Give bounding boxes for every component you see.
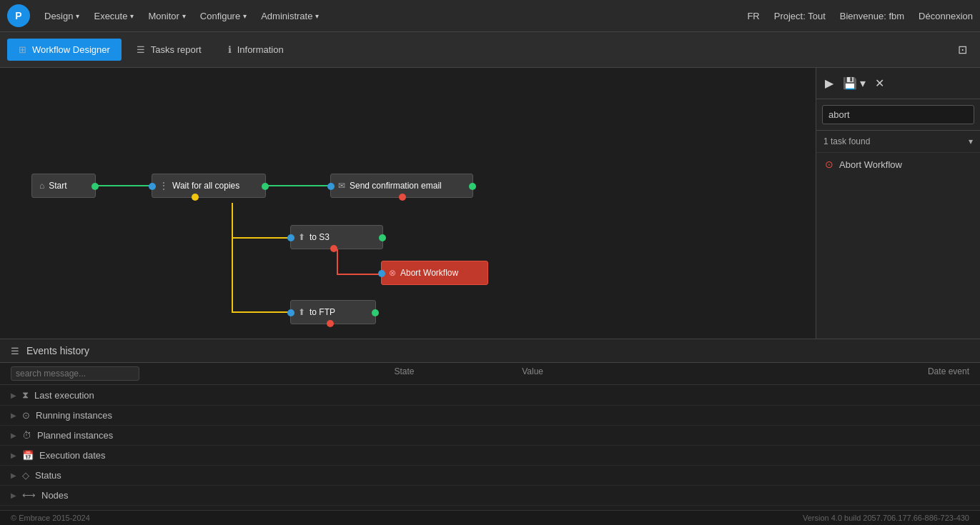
- tasks-report-icon: ☰: [137, 44, 145, 55]
- search-box: [816, 99, 980, 131]
- task-item-label: Abort Workflow: [839, 159, 902, 170]
- top-navigation: P Design ▾ Execute ▾ Monitor ▾ Configure…: [0, 0, 980, 32]
- main-area: ⌂ Start ⋮ Wait for all copies ✉ Send con…: [0, 68, 980, 339]
- event-row-last-execution[interactable]: ▶ ⧗ Last execution: [0, 385, 980, 406]
- save-button[interactable]: 💾 ▾: [840, 74, 868, 93]
- grid-view-button[interactable]: ⊡: [952, 40, 973, 59]
- abort-icon: ⊗: [389, 268, 396, 278]
- expand-icon[interactable]: ▶: [11, 391, 16, 399]
- logout-button[interactable]: Déconnexion: [919, 11, 973, 21]
- expand-icon[interactable]: ▶: [11, 411, 16, 419]
- input-dot: [287, 309, 295, 316]
- events-history-title: Events history: [26, 345, 89, 356]
- project-label: Project: Tout: [774, 11, 826, 21]
- toolbar-right: ⊡: [952, 40, 973, 59]
- node-s3[interactable]: ⬆ to S3: [290, 225, 383, 249]
- node-wait[interactable]: ⋮ Wait for all copies: [152, 174, 266, 198]
- event-row-planned-instances[interactable]: ▶ ⏱ Planned instances: [0, 426, 980, 446]
- task-item-abort[interactable]: ⊙ Abort Workflow: [816, 153, 980, 176]
- workflow-designer-icon: ⊞: [19, 44, 26, 55]
- events-list: ▶ ⧗ Last execution ▶ ⊙ Running instances…: [0, 385, 980, 510]
- chevron-down-icon: ▾: [315, 12, 319, 20]
- task-found-label: 1 task found: [823, 136, 870, 146]
- nav-execute[interactable]: Execute ▾: [94, 11, 134, 21]
- output-dot-red: [330, 245, 337, 252]
- nav-design[interactable]: Design ▾: [44, 11, 79, 21]
- output-dot-green: [379, 234, 386, 241]
- expand-icon[interactable]: ▶: [11, 471, 16, 479]
- language-selector[interactable]: FR: [747, 11, 759, 21]
- input-dot: [327, 183, 335, 190]
- events-columns-header: State Value Date event: [0, 363, 980, 385]
- expand-icon[interactable]: ▶: [11, 451, 16, 459]
- play-button[interactable]: ▶: [822, 74, 836, 93]
- col-message-header: [11, 366, 394, 381]
- input-dot: [149, 183, 156, 190]
- running-instances-icon: ⊙: [22, 410, 30, 421]
- app-logo: P: [7, 4, 30, 27]
- user-label: Bienvenue: fbm: [840, 11, 904, 21]
- nav-right: FR Project: Tout Bienvenue: fbm Déconnex…: [747, 11, 973, 21]
- footer: © Embrace 2015-2024 Version 4.0 build 20…: [0, 510, 980, 525]
- upload-s3-icon: ⬆: [298, 232, 305, 242]
- node-email[interactable]: ✉ Send confirmation email: [330, 174, 473, 198]
- event-label: Planned instances: [37, 430, 113, 441]
- abort-task-icon: ⊙: [825, 159, 833, 170]
- right-panel-toolbar: ▶ 💾 ▾ ✕: [816, 68, 980, 99]
- event-row-execution-dates[interactable]: ▶ 📅 Execution dates: [0, 446, 980, 466]
- event-row-nodes[interactable]: ▶ ⟷ Nodes: [0, 486, 980, 506]
- node-abort[interactable]: ⊗ Abort Workflow: [381, 261, 488, 285]
- output-dot: [91, 183, 99, 190]
- output-dot-green: [262, 183, 269, 190]
- chevron-down-icon: ▾: [130, 12, 134, 20]
- copyright-label: © Embrace 2015-2024: [11, 514, 90, 522]
- task-search-input[interactable]: [822, 105, 974, 124]
- nav-administrate[interactable]: Administrate ▾: [261, 11, 319, 21]
- col-state-header: State: [394, 366, 522, 381]
- nav-monitor[interactable]: Monitor ▾: [148, 11, 185, 21]
- event-label: Execution dates: [39, 450, 106, 461]
- output-dot-red: [399, 194, 406, 201]
- event-row-running-instances[interactable]: ▶ ⊙ Running instances: [0, 406, 980, 426]
- nodes-icon: ⟷: [22, 490, 36, 501]
- close-panel-button[interactable]: ✕: [872, 74, 887, 93]
- nav-configure[interactable]: Configure ▾: [200, 11, 247, 21]
- upload-ftp-icon: ⬆: [298, 307, 305, 317]
- toolbar: ⊞ Workflow Designer ☰ Tasks report ℹ Inf…: [0, 32, 980, 68]
- expand-icon[interactable]: ▶: [11, 491, 16, 499]
- output-dot: [469, 183, 476, 190]
- right-panel: ▶ 💾 ▾ ✕ 1 task found ▾ ⊙ Abort Workflow: [816, 68, 980, 339]
- tab-information[interactable]: ℹ Information: [217, 39, 295, 61]
- information-icon: ℹ: [228, 44, 232, 55]
- node-start[interactable]: ⌂ Start: [31, 174, 96, 198]
- chevron-down-icon: ▾: [243, 12, 247, 20]
- wait-icon: ⋮: [159, 181, 168, 191]
- input-dot: [287, 234, 295, 241]
- tab-tasks-report[interactable]: ☰ Tasks report: [125, 39, 213, 61]
- expand-icon[interactable]: ▶: [11, 431, 16, 439]
- email-icon: ✉: [338, 181, 345, 191]
- event-label: Status: [35, 470, 61, 481]
- bottom-panel-header: ☰ Events history: [0, 339, 980, 363]
- chevron-down-icon: ▾: [182, 12, 186, 20]
- start-icon: ⌂: [39, 181, 44, 191]
- chevron-down-icon: ▾: [76, 12, 79, 20]
- output-dot-red: [327, 320, 334, 327]
- bottom-panel: ☰ Events history State Value Date event …: [0, 339, 980, 510]
- col-date-header: Date event: [778, 366, 969, 381]
- output-dot-green: [372, 309, 379, 316]
- col-value-header: Value: [522, 366, 778, 381]
- message-search-input[interactable]: [11, 366, 139, 381]
- last-execution-icon: ⧗: [22, 389, 29, 401]
- task-found-header: 1 task found ▾: [816, 131, 980, 153]
- node-ftp[interactable]: ⬆ to FTP: [290, 300, 376, 324]
- connections-svg: [0, 68, 816, 339]
- event-label: Last execution: [34, 390, 94, 401]
- execution-dates-icon: 📅: [22, 450, 34, 461]
- expand-icon: ▾: [969, 136, 973, 146]
- event-label: Running instances: [36, 410, 112, 421]
- planned-instances-icon: ⏱: [22, 430, 31, 441]
- tab-workflow-designer[interactable]: ⊞ Workflow Designer: [7, 39, 122, 61]
- workflow-canvas[interactable]: ⌂ Start ⋮ Wait for all copies ✉ Send con…: [0, 68, 816, 339]
- event-row-status[interactable]: ▶ ◇ Status: [0, 466, 980, 486]
